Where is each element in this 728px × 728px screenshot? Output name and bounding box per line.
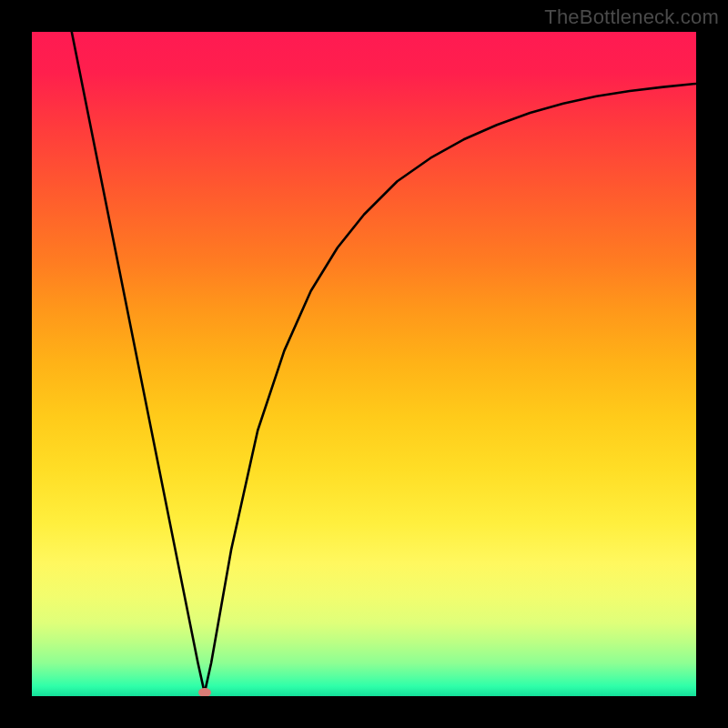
- bottleneck-curve: [32, 32, 696, 696]
- plot-area: [32, 32, 696, 696]
- optimal-point-marker: [198, 688, 211, 696]
- watermark-label: TheBottleneck.com: [544, 5, 719, 29]
- chart-frame: TheBottleneck.com: [0, 0, 728, 728]
